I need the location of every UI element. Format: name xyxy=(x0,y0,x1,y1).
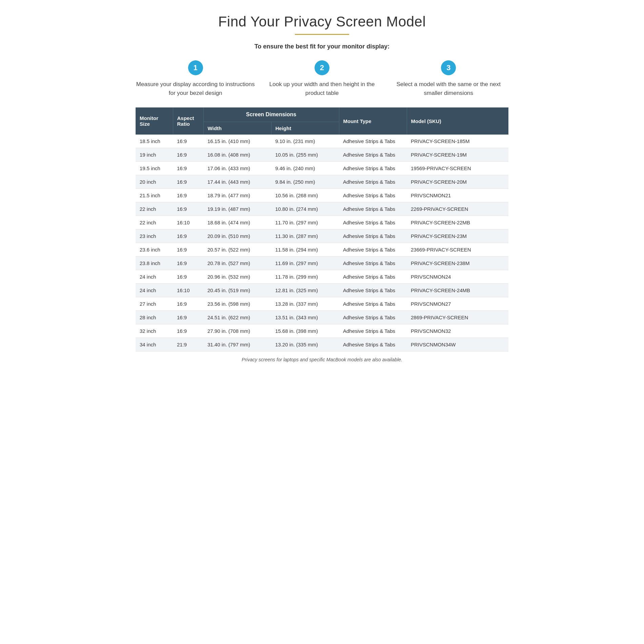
table-cell: PRIVSCNMON34W xyxy=(407,338,508,351)
table-cell: Adhesive Strips & Tabs xyxy=(339,148,407,162)
table-cell: 16:9 xyxy=(173,202,203,216)
table-row: 20 inch16:917.44 in. (443 mm)9.84 in. (2… xyxy=(136,175,508,189)
table-cell: 16:9 xyxy=(173,270,203,284)
table-cell: 19569-PRIVACY-SCREEN xyxy=(407,162,508,175)
table-row: 34 inch21:931.40 in. (797 mm)13.20 in. (… xyxy=(136,338,508,351)
table-cell: 2869-PRIVACY-SCREEN xyxy=(407,311,508,324)
table-cell: 12.81 in. (325 mm) xyxy=(271,284,339,297)
table-cell: 32 inch xyxy=(136,324,173,338)
table-cell: PRIVACY-SCREEN-24MB xyxy=(407,284,508,297)
table-cell: 19 inch xyxy=(136,148,173,162)
table-cell: 16:9 xyxy=(173,135,203,148)
table-cell: 31.40 in. (797 mm) xyxy=(203,338,271,351)
table-cell: 18.68 in. (474 mm) xyxy=(203,216,271,229)
table-cell: 19.19 in. (487 mm) xyxy=(203,202,271,216)
table-cell: 2269-PRIVACY-SCREEN xyxy=(407,202,508,216)
table-cell: 9.10 in. (231 mm) xyxy=(271,135,339,148)
table-cell: 20 inch xyxy=(136,175,173,189)
col-height: Height xyxy=(271,122,339,135)
table-cell: Adhesive Strips & Tabs xyxy=(339,135,407,148)
table-cell: 9.46 in. (240 mm) xyxy=(271,162,339,175)
table-row: 21.5 inch16:918.79 in. (477 mm)10.56 in.… xyxy=(136,189,508,202)
table-row: 22 inch16:1018.68 in. (474 mm)11.70 in. … xyxy=(136,216,508,229)
page-container: Find Your Privacy Screen Model To ensure… xyxy=(136,14,508,362)
table-cell: 22 inch xyxy=(136,216,173,229)
table-cell: Adhesive Strips & Tabs xyxy=(339,229,407,243)
table-row: 23 inch16:920.09 in. (510 mm)11.30 in. (… xyxy=(136,229,508,243)
table-cell: 24.51 in. (622 mm) xyxy=(203,311,271,324)
table-cell: 21:9 xyxy=(173,338,203,351)
col-aspect-ratio: AspectRatio xyxy=(173,107,203,135)
table-cell: 24 inch xyxy=(136,284,173,297)
step-2: 2 Look up your width and then height in … xyxy=(262,60,382,97)
table-cell: Adhesive Strips & Tabs xyxy=(339,324,407,338)
footer-note: Privacy screens for laptops and specific… xyxy=(242,357,402,362)
table-row: 18.5 inch16:916.15 in. (410 mm)9.10 in. … xyxy=(136,135,508,148)
table-cell: PRIVACY-SCREEN-22MB xyxy=(407,216,508,229)
table-cell: Adhesive Strips & Tabs xyxy=(339,284,407,297)
table-cell: 11.69 in. (297 mm) xyxy=(271,257,339,270)
table-cell: Adhesive Strips & Tabs xyxy=(339,311,407,324)
step-2-text: Look up your width and then height in th… xyxy=(262,80,382,97)
step-3-circle: 3 xyxy=(441,60,456,75)
table-cell: 20.96 in. (532 mm) xyxy=(203,270,271,284)
col-mount-type: Mount Type xyxy=(339,107,407,135)
table-cell: PRIVACY-SCREEN-238M xyxy=(407,257,508,270)
table-cell: 16:10 xyxy=(173,284,203,297)
table-cell: 19.5 inch xyxy=(136,162,173,175)
table-cell: Adhesive Strips & Tabs xyxy=(339,216,407,229)
table-cell: 13.28 in. (337 mm) xyxy=(271,297,339,311)
table-cell: 11.30 in. (287 mm) xyxy=(271,229,339,243)
step-1-circle: 1 xyxy=(188,60,203,75)
table-cell: Adhesive Strips & Tabs xyxy=(339,270,407,284)
table-wrapper: MonitorSize AspectRatio Screen Dimension… xyxy=(136,107,508,351)
table-row: 27 inch16:923.56 in. (598 mm)13.28 in. (… xyxy=(136,297,508,311)
col-model-sku: Model (SKU) xyxy=(407,107,508,135)
table-cell: 13.51 in. (343 mm) xyxy=(271,311,339,324)
table-cell: 17.06 in. (433 mm) xyxy=(203,162,271,175)
table-cell: 20.45 in. (519 mm) xyxy=(203,284,271,297)
table-cell: 23669-PRIVACY-SCREEN xyxy=(407,243,508,257)
table-cell: Adhesive Strips & Tabs xyxy=(339,243,407,257)
table-cell: 34 inch xyxy=(136,338,173,351)
table-cell: 23 inch xyxy=(136,229,173,243)
table-cell: 16:9 xyxy=(173,324,203,338)
table-row: 32 inch16:927.90 in. (708 mm)15.68 in. (… xyxy=(136,324,508,338)
table-cell: Adhesive Strips & Tabs xyxy=(339,297,407,311)
table-cell: 10.05 in. (255 mm) xyxy=(271,148,339,162)
table-cell: PRIVSCNMON27 xyxy=(407,297,508,311)
table-cell: 22 inch xyxy=(136,202,173,216)
main-title: Find Your Privacy Screen Model xyxy=(218,14,426,30)
table-cell: 16:9 xyxy=(173,229,203,243)
table-row: 22 inch16:919.19 in. (487 mm)10.80 in. (… xyxy=(136,202,508,216)
col-monitor-size: MonitorSize xyxy=(136,107,173,135)
table-row: 24 inch16:1020.45 in. (519 mm)12.81 in. … xyxy=(136,284,508,297)
table-cell: PRIVACY-SCREEN-23M xyxy=(407,229,508,243)
table-row: 23.8 inch16:920.78 in. (527 mm)11.69 in.… xyxy=(136,257,508,270)
table-cell: PRIVACY-SCREEN-19M xyxy=(407,148,508,162)
table-cell: 18.5 inch xyxy=(136,135,173,148)
col-screen-dims: Screen Dimensions xyxy=(203,107,339,122)
table-cell: Adhesive Strips & Tabs xyxy=(339,175,407,189)
table-cell: 16:9 xyxy=(173,297,203,311)
table-cell: Adhesive Strips & Tabs xyxy=(339,257,407,270)
table-cell: 16:9 xyxy=(173,189,203,202)
table-row: 28 inch16:924.51 in. (622 mm)13.51 in. (… xyxy=(136,311,508,324)
table-cell: 17.44 in. (443 mm) xyxy=(203,175,271,189)
table-cell: PRIVSCNMON32 xyxy=(407,324,508,338)
table-cell: PRIVSCNMON24 xyxy=(407,270,508,284)
table-cell: 18.79 in. (477 mm) xyxy=(203,189,271,202)
table-cell: 23.8 inch xyxy=(136,257,173,270)
table-cell: 16:9 xyxy=(173,257,203,270)
table-cell: 16:9 xyxy=(173,148,203,162)
table-cell: 23.56 in. (598 mm) xyxy=(203,297,271,311)
table-cell: 24 inch xyxy=(136,270,173,284)
table-cell: 16:9 xyxy=(173,175,203,189)
table-cell: 11.78 in. (299 mm) xyxy=(271,270,339,284)
gold-divider xyxy=(295,34,349,35)
steps-row: 1 Measure your display according to inst… xyxy=(136,60,508,97)
table-cell: 16:10 xyxy=(173,216,203,229)
step-1: 1 Measure your display according to inst… xyxy=(136,60,255,97)
table-row: 19.5 inch16:917.06 in. (433 mm)9.46 in. … xyxy=(136,162,508,175)
table-cell: 21.5 inch xyxy=(136,189,173,202)
